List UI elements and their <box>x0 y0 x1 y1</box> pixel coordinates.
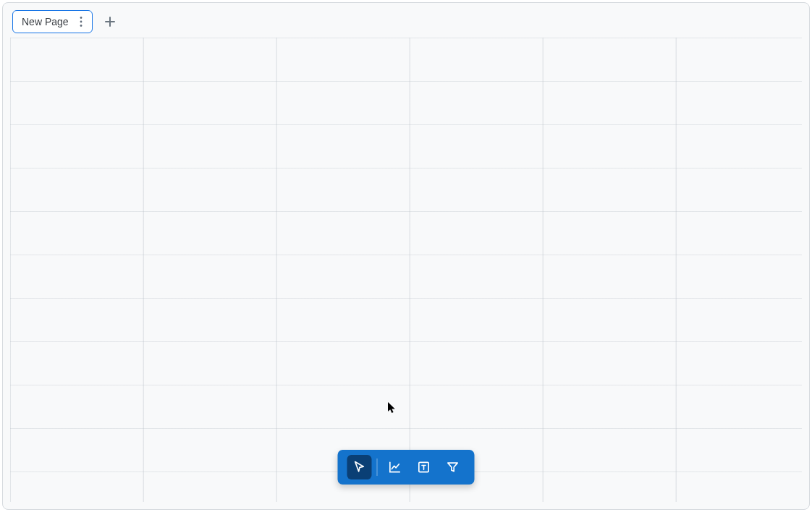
svg-point-2 <box>80 25 82 27</box>
chart-tool-button[interactable] <box>383 455 407 479</box>
toolbar-separator <box>377 458 378 476</box>
add-tab-button[interactable] <box>100 12 120 32</box>
plus-icon <box>103 15 117 28</box>
tab-label: New Page <box>22 16 69 27</box>
more-vertical-icon[interactable] <box>76 14 86 29</box>
tab-current[interactable]: New Page <box>12 10 93 33</box>
bottom-toolbar <box>338 450 475 485</box>
svg-point-1 <box>80 21 82 23</box>
filter-icon <box>446 460 460 474</box>
pointer-icon <box>352 460 367 474</box>
line-chart-icon <box>388 460 402 474</box>
pointer-tool-button[interactable] <box>347 455 372 479</box>
mouse-cursor-icon <box>387 401 397 414</box>
app-frame: New Page <box>2 2 810 510</box>
filter-tool-button[interactable] <box>441 455 465 479</box>
text-box-tool-button[interactable] <box>412 455 436 479</box>
tab-bar: New Page <box>12 10 120 33</box>
text-box-icon <box>417 460 431 474</box>
svg-point-0 <box>80 17 82 19</box>
canvas-grid[interactable] <box>10 38 802 502</box>
